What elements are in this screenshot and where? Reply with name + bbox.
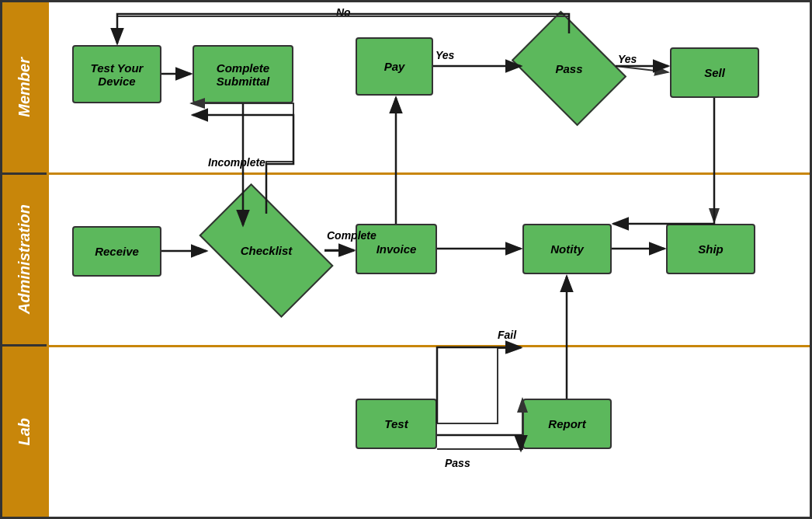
label-yes-pass: Yes [618,53,637,65]
node-receive: Receive [72,226,161,277]
diagram-container: Member Administration Lab Test Your Devi… [0,0,812,519]
label-fail: Fail [498,329,516,341]
node-notify: Notity [522,224,612,274]
lane-label-lab: Lab [2,347,47,517]
label-incomplete: Incomplete [208,156,265,169]
label-no: No [336,6,351,19]
lane-label-admin: Administration [2,175,47,347]
label-complete: Complete [327,229,377,242]
node-report: Report [522,399,612,449]
node-test: Test [356,399,437,449]
lane-label-member: Member [2,2,47,175]
node-sell: Sell [670,47,759,98]
node-pass-diamond: Pass [522,33,616,103]
label-pass-lab: Pass [445,457,470,469]
label-yes-pay: Yes [435,49,454,61]
node-pay: Pay [356,37,433,96]
node-checklist: Checklist [208,214,324,287]
node-complete-submittal: Complete Submittal [193,45,293,103]
lane-labels: Member Administration Lab [2,2,49,517]
node-test-your-device: Test Your Device [72,45,161,103]
diagram-area: Test Your Device Complete Submittal Pay … [49,2,810,517]
node-ship: Ship [666,224,755,274]
